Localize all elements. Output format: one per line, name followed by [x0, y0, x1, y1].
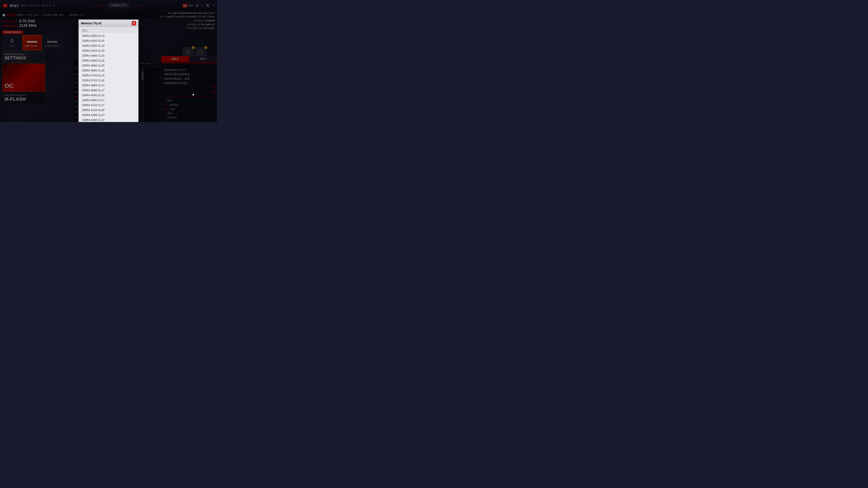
- modal-list-item-4[interactable]: DDR4-3333 CL15: [79, 48, 138, 53]
- modal-list-item-8[interactable]: DDR4-3600 CL16: [79, 68, 138, 73]
- modal-list-item-16[interactable]: DDR4-4133 CL18: [79, 107, 138, 112]
- modal-list-item-1[interactable]: DDR4-3200 CL14: [79, 33, 138, 38]
- modal-list-item-18[interactable]: DDR4-4266 CL19: [79, 118, 138, 122]
- modal-list-item-7[interactable]: DDR4-3600 CL15: [79, 63, 138, 68]
- modal-list-item-6[interactable]: DDR4-3466 CL16: [79, 58, 138, 63]
- modal-close-button[interactable]: ×: [132, 21, 136, 25]
- modal-list-item-10[interactable]: DDR4-3733 CL16: [79, 78, 138, 83]
- modal-list-item-11[interactable]: DDR4-3866 CL17: [79, 83, 138, 88]
- modal-title: Memory Try It!: [81, 22, 102, 25]
- modal-list-item-3[interactable]: DDR4-3333 CL14: [79, 43, 138, 48]
- modal-list-item-12[interactable]: DDR4-3866 CL17: [79, 88, 138, 93]
- modal-list-item-15[interactable]: DDR4-4133 CL17: [79, 103, 138, 107]
- modal-list-item-17[interactable]: DDR4-4266 CL17: [79, 112, 138, 118]
- modal-list-item-13[interactable]: DDR4-4000 CL15: [79, 93, 138, 98]
- modal-item-list[interactable]: 禁止DDR4-3200 CL14DDR4-3200 CL15DDR4-3333 …: [79, 27, 138, 122]
- modal-list-item-14[interactable]: DDR4-4000 CL17: [79, 98, 138, 103]
- modal-list-item-2[interactable]: DDR4-3200 CL15: [79, 38, 138, 43]
- modal-titlebar: Memory Try It! ×: [79, 20, 138, 27]
- modal-list-item-9[interactable]: DDR4-3733 CL14: [79, 73, 138, 78]
- modal-list-item-0[interactable]: 禁止: [79, 28, 138, 33]
- modal-list-item-5[interactable]: DDR4-3466 CL14: [79, 53, 138, 58]
- memory-try-it-modal: Memory Try It! × 禁止DDR4-3200 CL14DDR4-32…: [79, 19, 138, 122]
